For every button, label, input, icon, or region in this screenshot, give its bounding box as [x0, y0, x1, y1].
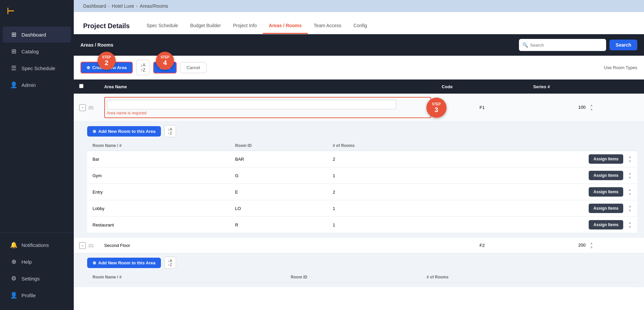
- area2-series-spinner[interactable]: ▲ ▼: [589, 241, 593, 250]
- tab-project-info[interactable]: Project Info: [227, 18, 263, 34]
- room-th-count: # of Rooms: [328, 141, 445, 151]
- room-actions-cell: Assign Items ▲ ▼: [444, 151, 637, 167]
- assign-items-button[interactable]: Assign Items: [589, 204, 623, 213]
- toolbar-right: 🔍 Search: [519, 39, 637, 51]
- sidebar-item-spec-schedule[interactable]: ☰ Spec Schedule: [3, 60, 71, 76]
- area1-name-bordered: Area name is required: [104, 97, 431, 118]
- area1-sort-rooms-button[interactable]: ↓A↑Z: [164, 125, 176, 137]
- plus-circle-icon: ⊕: [93, 129, 96, 134]
- area1-name-cell: Area name is required Step 3: [99, 94, 436, 122]
- area1-code: F1: [436, 94, 528, 122]
- tab-team-access[interactable]: Team Access: [308, 18, 347, 34]
- area1-room-table: Room Name / # Room ID # of Rooms Bar B: [87, 141, 637, 233]
- sidebar-item-help[interactable]: ⊕ Help: [3, 254, 71, 270]
- toolbar-left: Areas / Rooms: [80, 42, 113, 48]
- room-row: Entry E 2 Assign Items ▲ ▼: [87, 184, 637, 200]
- room-order-spinner[interactable]: ▲ ▼: [628, 188, 632, 196]
- area-row-2: − (1) Second Floor F2 200 ▲ ▼: [74, 238, 644, 253]
- room-order-spinner[interactable]: ▲ ▼: [628, 171, 632, 180]
- page-header: Project Details Spec Schedule Budget Bui…: [74, 12, 644, 34]
- room-th-actions: [444, 141, 637, 151]
- assign-items-button[interactable]: Assign Items: [589, 187, 623, 197]
- area1-error-msg: Area name is required: [107, 111, 428, 115]
- room-name-cell: Restaurant: [87, 217, 230, 233]
- th-area-name: Area Name: [99, 80, 436, 94]
- notifications-icon: 🔔: [10, 241, 17, 249]
- th-checkbox: [74, 80, 99, 94]
- breadcrumb-dashboard[interactable]: Dashboard: [83, 3, 106, 9]
- room-id-cell: R: [230, 217, 327, 233]
- room-name-cell: Entry: [87, 184, 230, 200]
- area2-rooms: ⊕ Add New Room to this Area ↓A↑Z Room Na…: [74, 253, 644, 287]
- room-actions-cell: Assign Items ▲ ▼: [444, 217, 637, 233]
- sidebar-nav: ⊞ Dashboard ⊞ Catalog ☰ Spec Schedule 👤 …: [0, 22, 74, 232]
- page-title: Project Details: [83, 22, 130, 30]
- breadcrumb-sep2: ›: [136, 3, 138, 9]
- logo-icon: ⊢: [7, 6, 14, 16]
- sidebar-label-admin: Admin: [21, 82, 36, 88]
- tab-config[interactable]: Config: [347, 18, 373, 34]
- sidebar-label-settings: Settings: [21, 276, 40, 281]
- room-actions-cell: Assign Items ▲ ▼: [444, 200, 637, 217]
- room-order-spinner[interactable]: ▲ ▼: [628, 204, 632, 213]
- room2-th-count: # of Rooms: [421, 272, 584, 282]
- area2-sort-rooms-button[interactable]: ↓A↑Z: [164, 257, 176, 269]
- sidebar-bottom: 🔔 Notifications ⊕ Help ⚙ Settings 👤 Prof…: [0, 232, 74, 310]
- area2-add-room-button[interactable]: ⊕ Add New Room to this Area: [87, 258, 161, 268]
- room2-th-id: Room ID: [285, 272, 421, 282]
- sidebar-item-notifications[interactable]: 🔔 Notifications: [3, 237, 71, 253]
- sidebar-label-profile: Profile: [21, 293, 36, 298]
- area2-code: F2: [436, 238, 528, 253]
- sidebar-label-help: Help: [21, 259, 32, 265]
- breadcrumb-sep1: ›: [108, 3, 110, 9]
- breadcrumb: Dashboard › Hotel Luxe › Areas/Rooms: [74, 0, 644, 12]
- area1-series-spinner[interactable]: ▲ ▼: [589, 103, 593, 112]
- room-order-spinner[interactable]: ▲ ▼: [628, 221, 632, 229]
- sidebar: ⊢ ⊞ Dashboard ⊞ Catalog ☰ Spec Schedule …: [0, 0, 74, 310]
- area2-expand-btn[interactable]: −: [79, 242, 86, 249]
- sidebar-item-catalog[interactable]: ⊞ Catalog: [3, 43, 71, 59]
- action-bar: ⊕ Create New Area Step 2 ↓A↑Z Save Step …: [74, 56, 644, 80]
- page-tabs: Spec Schedule Budget Builder Project Inf…: [140, 18, 373, 34]
- room-row: Bar BAR 2 Assign Items ▲ ▼: [87, 151, 637, 167]
- use-room-types: Use Room Types: [604, 64, 637, 70]
- room-order-spinner[interactable]: ▲ ▼: [628, 155, 632, 163]
- assign-items-button[interactable]: Assign Items: [589, 154, 623, 164]
- sidebar-item-dashboard[interactable]: ⊞ Dashboard: [3, 27, 71, 43]
- room-row: Restaurant R 1 Assign Items ▲ ▼: [87, 217, 637, 233]
- plus-icon: ⊕: [86, 65, 90, 70]
- tab-spec-schedule[interactable]: Spec Schedule: [140, 18, 184, 34]
- assign-items-button[interactable]: Assign Items: [589, 220, 623, 229]
- assign-items-button[interactable]: Assign Items: [589, 171, 623, 180]
- room-assign: Assign Items ▲ ▼: [450, 171, 632, 180]
- search-box: 🔍: [519, 39, 606, 51]
- tab-budget-builder[interactable]: Budget Builder: [184, 18, 227, 34]
- area1-name-input[interactable]: [107, 100, 396, 109]
- area2-expand-cell: − (1): [74, 238, 99, 253]
- room-id-cell: BAR: [230, 151, 327, 167]
- select-all-checkbox[interactable]: [79, 84, 83, 88]
- area1-expand: − (5): [79, 104, 94, 111]
- sidebar-item-admin[interactable]: 👤 Admin: [3, 77, 71, 93]
- th-series: Series #: [528, 80, 644, 94]
- cancel-button[interactable]: Cancel: [180, 62, 206, 73]
- room-id-cell: G: [230, 167, 327, 184]
- area1-expand-btn[interactable]: −: [79, 104, 86, 111]
- area1-series: 100 ▲ ▼: [528, 94, 644, 122]
- sort-button[interactable]: ↓A↑Z: [136, 60, 150, 75]
- sidebar-item-settings[interactable]: ⚙ Settings: [3, 270, 71, 287]
- area2-room-section: ⊕ Add New Room to this Area ↓A↑Z Room Na…: [74, 253, 644, 288]
- area2-series: 200 ▲ ▼: [528, 238, 644, 253]
- sidebar-label-catalog: Catalog: [21, 49, 39, 54]
- breadcrumb-hotel[interactable]: Hotel Luxe: [112, 3, 134, 9]
- area1-room-actions: ⊕ Add New Room to this Area ↓A↑Z: [87, 125, 637, 137]
- area-row-1: − (5) Area name is required Step 3: [74, 94, 644, 122]
- area1-add-room-button[interactable]: ⊕ Add New Room to this Area: [87, 126, 161, 137]
- area2-count: (1): [89, 243, 94, 248]
- area1-room-header: Room Name / # Room ID # of Rooms: [87, 141, 637, 151]
- tab-areas-rooms[interactable]: Areas / Rooms: [263, 18, 308, 34]
- search-input[interactable]: [530, 43, 603, 48]
- sidebar-item-profile[interactable]: 👤 Profile: [3, 287, 71, 303]
- search-button[interactable]: Search: [609, 40, 637, 50]
- table-header-row: Area Name Code Series #: [74, 80, 644, 94]
